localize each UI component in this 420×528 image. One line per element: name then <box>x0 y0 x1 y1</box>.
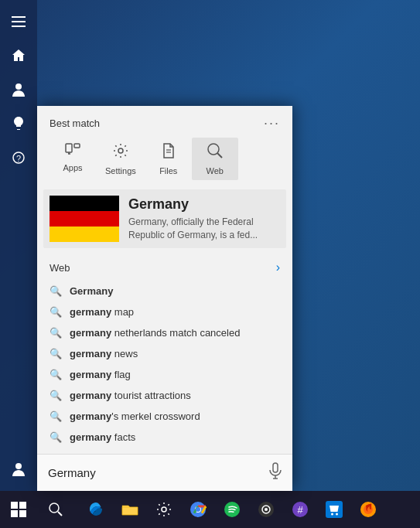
search-item-germany-news[interactable]: 🔍 germany news <box>37 343 292 364</box>
taskbar-search-button[interactable] <box>37 491 74 528</box>
search-bottom-bar <box>37 454 292 491</box>
sidebar-icon-bulb[interactable] <box>3 108 34 139</box>
svg-text:#: # <box>297 504 303 516</box>
svg-rect-1 <box>12 21 26 22</box>
tab-files-label: Files <box>159 166 177 175</box>
search-loop-icon-5: 🔍 <box>50 369 62 380</box>
svg-line-20 <box>58 512 62 516</box>
files-icon <box>162 142 176 163</box>
taskbar-store-icon[interactable] <box>319 491 350 528</box>
tab-settings[interactable]: Settings <box>96 138 145 180</box>
svg-point-6 <box>15 463 22 469</box>
tab-web-label: Web <box>207 166 224 175</box>
taskbar-icons: # <box>80 491 384 528</box>
sidebar-icon-home[interactable] <box>3 40 34 71</box>
germany-info: Germany Germany, officially the Federal … <box>128 196 280 242</box>
windows-logo <box>11 502 26 517</box>
svg-point-3 <box>15 83 22 90</box>
apps-icon <box>64 142 81 160</box>
svg-point-14 <box>208 144 219 155</box>
search-text-germany-news: germany news <box>70 348 138 359</box>
search-loop-icon-3: 🔍 <box>50 327 62 339</box>
sidebar-icon-help[interactable]: ? <box>3 142 34 173</box>
sidebar-icon-menu[interactable] <box>3 6 34 37</box>
tab-files[interactable]: Files <box>145 138 192 180</box>
search-item-germany-netherlands[interactable]: 🔍 germany netherlands match canceled <box>37 322 292 343</box>
svg-point-24 <box>196 507 200 512</box>
svg-point-11 <box>118 148 123 153</box>
taskbar-settings-icon[interactable] <box>149 491 179 528</box>
search-loop-icon-2: 🔍 <box>50 306 62 318</box>
taskbar-chrome-icon[interactable] <box>183 491 213 528</box>
svg-point-32 <box>331 513 333 516</box>
tab-settings-label: Settings <box>105 166 136 175</box>
svg-rect-16 <box>273 463 278 472</box>
search-loop-icon-4: 🔍 <box>50 348 62 359</box>
sidebar-icon-person[interactable] <box>3 74 34 105</box>
search-text-germany-map: germany map <box>70 306 134 318</box>
web-section: Web › 🔍 Germany 🔍 germany map 🔍 germany … <box>37 251 292 448</box>
search-text-germany: Germany <box>70 285 113 297</box>
search-text-germany-flag: germany flag <box>70 369 131 380</box>
web-icon <box>207 142 224 163</box>
germany-name: Germany <box>128 196 280 213</box>
search-item-germany-flag[interactable]: 🔍 germany flag <box>37 364 292 385</box>
germany-flag <box>50 196 119 242</box>
svg-rect-7 <box>66 144 72 152</box>
tab-apps-label: Apps <box>63 163 82 172</box>
svg-point-19 <box>50 503 59 513</box>
taskbar: # <box>0 491 420 528</box>
search-item-germany-tourist[interactable]: 🔍 germany tourist attractions <box>37 385 292 406</box>
germany-result-card[interactable]: Germany Germany, officially the Federal … <box>43 189 286 248</box>
search-loop-icon-7: 🔍 <box>50 410 62 422</box>
taskbar-camera-icon[interactable] <box>251 491 282 528</box>
menu-dots-button[interactable]: ··· <box>264 115 280 131</box>
settings-icon <box>112 142 129 163</box>
flag-black-stripe <box>50 196 119 211</box>
flag-red-stripe <box>50 211 119 227</box>
svg-rect-0 <box>12 16 26 18</box>
taskbar-edge-icon[interactable] <box>80 491 111 528</box>
tab-web[interactable]: Web <box>192 138 238 180</box>
svg-line-15 <box>217 153 222 158</box>
sidebar-icon-user[interactable] <box>3 454 34 485</box>
start-menu: Best match ··· Apps <box>37 106 292 491</box>
germany-description: Germany, officially the Federal Republic… <box>128 216 280 242</box>
search-text-germany-tourist: germany tourist attractions <box>70 390 191 401</box>
search-item-germany-merkel[interactable]: 🔍 germany's merkel crossword <box>37 406 292 427</box>
svg-point-21 <box>162 507 166 512</box>
web-header: Web › <box>37 257 292 281</box>
search-loop-icon: 🔍 <box>50 285 62 297</box>
taskbar-spotify-icon[interactable] <box>217 491 248 528</box>
desktop: ? Best match ··· <box>0 0 420 528</box>
taskbar-firefox-icon[interactable] <box>353 491 384 528</box>
microphone-icon[interactable] <box>269 462 282 483</box>
taskbar-folder-icon[interactable] <box>114 491 145 528</box>
start-button[interactable] <box>0 491 37 528</box>
svg-rect-8 <box>74 144 80 148</box>
web-label: Web <box>50 262 70 274</box>
search-text-germany-merkel: germany's merkel crossword <box>70 410 200 422</box>
left-sidebar: ? <box>0 0 37 491</box>
search-text-germany-netherlands: germany netherlands match canceled <box>70 327 240 339</box>
search-item-germany-facts[interactable]: 🔍 germany facts <box>37 427 292 448</box>
best-match-label: Best match <box>50 118 100 129</box>
search-input[interactable] <box>48 466 269 479</box>
svg-point-28 <box>265 508 268 511</box>
tab-apps[interactable]: Apps <box>50 138 96 180</box>
search-loop-icon-8: 🔍 <box>50 431 62 443</box>
tab-bar: Apps Settings <box>37 138 292 186</box>
svg-point-33 <box>336 513 338 516</box>
svg-rect-2 <box>12 26 26 27</box>
search-text-germany-facts: germany facts <box>70 431 135 443</box>
search-item-germany-map[interactable]: 🔍 germany map <box>37 301 292 322</box>
web-arrow-button[interactable]: › <box>276 261 280 274</box>
best-match-header: Best match ··· <box>37 106 292 138</box>
search-loop-icon-6: 🔍 <box>50 390 62 401</box>
search-item-germany[interactable]: 🔍 Germany <box>37 281 292 301</box>
taskbar-hash-icon[interactable]: # <box>285 491 316 528</box>
flag-yellow-stripe <box>50 227 119 242</box>
svg-text:?: ? <box>16 154 21 163</box>
